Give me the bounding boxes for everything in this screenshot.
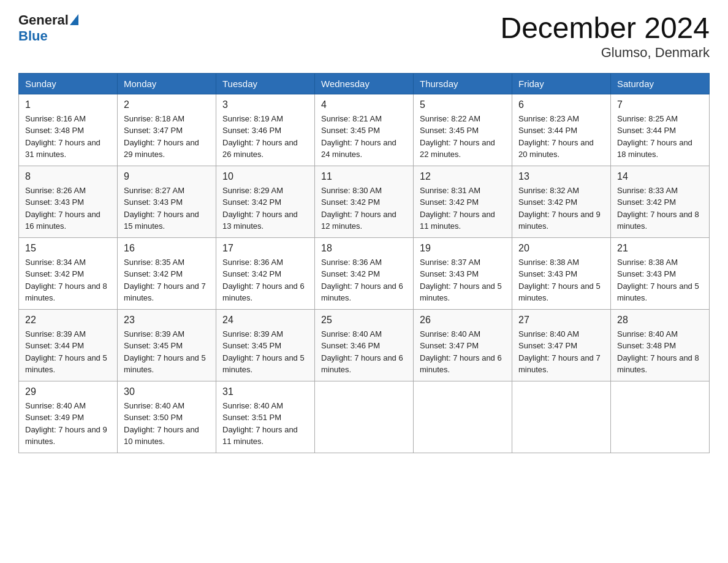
day-info: Sunrise: 8:40 AM Sunset: 3:47 PM Dayligh…: [518, 328, 604, 376]
day-number: 12: [420, 171, 506, 182]
col-saturday: Saturday: [611, 73, 710, 94]
day-number: 11: [321, 171, 407, 182]
day-info: Sunrise: 8:16 AM Sunset: 3:48 PM Dayligh…: [25, 113, 111, 161]
day-info: Sunrise: 8:33 AM Sunset: 3:42 PM Dayligh…: [617, 185, 703, 232]
title-block: December 2024 Glumso, Denmark: [500, 12, 710, 61]
day-info: Sunrise: 8:29 AM Sunset: 3:42 PM Dayligh…: [222, 185, 308, 232]
day-number: 18: [321, 243, 407, 254]
day-number: 6: [518, 99, 604, 110]
table-row: 24 Sunrise: 8:39 AM Sunset: 3:45 PM Dayl…: [216, 309, 315, 381]
day-info: Sunrise: 8:40 AM Sunset: 3:51 PM Dayligh…: [222, 400, 308, 448]
calendar-table: Sunday Monday Tuesday Wednesday Thursday…: [18, 73, 710, 453]
table-row: 26 Sunrise: 8:40 AM Sunset: 3:47 PM Dayl…: [414, 309, 512, 381]
table-row: 21 Sunrise: 8:38 AM Sunset: 3:43 PM Dayl…: [611, 237, 710, 309]
day-info: Sunrise: 8:37 AM Sunset: 3:43 PM Dayligh…: [420, 256, 506, 304]
table-row: 31 Sunrise: 8:40 AM Sunset: 3:51 PM Dayl…: [216, 381, 315, 453]
day-info: Sunrise: 8:36 AM Sunset: 3:42 PM Dayligh…: [321, 256, 407, 304]
table-row: 25 Sunrise: 8:40 AM Sunset: 3:46 PM Dayl…: [315, 309, 414, 381]
day-info: Sunrise: 8:22 AM Sunset: 3:45 PM Dayligh…: [420, 113, 506, 161]
day-info: Sunrise: 8:19 AM Sunset: 3:46 PM Dayligh…: [222, 113, 308, 161]
col-wednesday: Wednesday: [315, 73, 414, 94]
table-row: [414, 381, 512, 453]
day-info: Sunrise: 8:30 AM Sunset: 3:42 PM Dayligh…: [321, 185, 407, 232]
day-info: Sunrise: 8:27 AM Sunset: 3:43 PM Dayligh…: [124, 185, 210, 232]
day-number: 10: [222, 171, 308, 182]
day-info: Sunrise: 8:40 AM Sunset: 3:47 PM Dayligh…: [420, 328, 506, 376]
table-row: [315, 381, 414, 453]
day-number: 13: [518, 171, 604, 182]
table-row: 27 Sunrise: 8:40 AM Sunset: 3:47 PM Dayl…: [512, 309, 611, 381]
day-number: 14: [617, 171, 703, 182]
calendar-week-row: 15 Sunrise: 8:34 AM Sunset: 3:42 PM Dayl…: [19, 237, 710, 309]
day-info: Sunrise: 8:38 AM Sunset: 3:43 PM Dayligh…: [617, 256, 703, 304]
page-header: General Blue December 2024 Glumso, Denma…: [18, 12, 710, 61]
calendar-week-row: 22 Sunrise: 8:39 AM Sunset: 3:44 PM Dayl…: [19, 309, 710, 381]
day-number: 1: [25, 99, 111, 110]
day-info: Sunrise: 8:25 AM Sunset: 3:44 PM Dayligh…: [617, 113, 703, 161]
day-number: 31: [222, 386, 308, 397]
table-row: 11 Sunrise: 8:30 AM Sunset: 3:42 PM Dayl…: [315, 166, 414, 237]
day-info: Sunrise: 8:40 AM Sunset: 3:48 PM Dayligh…: [617, 328, 703, 376]
table-row: 2 Sunrise: 8:18 AM Sunset: 3:47 PM Dayli…: [118, 94, 216, 166]
table-row: 5 Sunrise: 8:22 AM Sunset: 3:45 PM Dayli…: [414, 94, 512, 166]
logo: General Blue: [18, 12, 78, 44]
day-info: Sunrise: 8:36 AM Sunset: 3:42 PM Dayligh…: [222, 256, 308, 304]
day-number: 16: [124, 243, 210, 254]
table-row: 23 Sunrise: 8:39 AM Sunset: 3:45 PM Dayl…: [118, 309, 216, 381]
day-info: Sunrise: 8:26 AM Sunset: 3:43 PM Dayligh…: [25, 185, 111, 232]
table-row: 28 Sunrise: 8:40 AM Sunset: 3:48 PM Dayl…: [611, 309, 710, 381]
logo-general-text: General: [18, 12, 69, 28]
day-info: Sunrise: 8:23 AM Sunset: 3:44 PM Dayligh…: [518, 113, 604, 161]
table-row: 15 Sunrise: 8:34 AM Sunset: 3:42 PM Dayl…: [19, 237, 118, 309]
day-number: 22: [25, 315, 111, 326]
table-row: 8 Sunrise: 8:26 AM Sunset: 3:43 PM Dayli…: [19, 166, 118, 237]
table-row: [512, 381, 611, 453]
day-number: 28: [617, 315, 703, 326]
day-info: Sunrise: 8:32 AM Sunset: 3:42 PM Dayligh…: [518, 185, 604, 232]
day-number: 21: [617, 243, 703, 254]
col-monday: Monday: [118, 73, 216, 94]
day-number: 15: [25, 243, 111, 254]
day-number: 3: [222, 99, 308, 110]
day-number: 20: [518, 243, 604, 254]
table-row: 17 Sunrise: 8:36 AM Sunset: 3:42 PM Dayl…: [216, 237, 315, 309]
day-number: 26: [420, 315, 506, 326]
day-number: 5: [420, 99, 506, 110]
day-info: Sunrise: 8:40 AM Sunset: 3:50 PM Dayligh…: [124, 400, 210, 448]
page-title: December 2024: [500, 12, 710, 45]
day-info: Sunrise: 8:40 AM Sunset: 3:49 PM Dayligh…: [25, 400, 111, 448]
day-number: 9: [124, 171, 210, 182]
day-number: 24: [222, 315, 308, 326]
day-info: Sunrise: 8:18 AM Sunset: 3:47 PM Dayligh…: [124, 113, 210, 161]
table-row: 12 Sunrise: 8:31 AM Sunset: 3:42 PM Dayl…: [414, 166, 512, 237]
table-row: 4 Sunrise: 8:21 AM Sunset: 3:45 PM Dayli…: [315, 94, 414, 166]
col-thursday: Thursday: [414, 73, 512, 94]
table-row: 22 Sunrise: 8:39 AM Sunset: 3:44 PM Dayl…: [19, 309, 118, 381]
calendar-week-row: 1 Sunrise: 8:16 AM Sunset: 3:48 PM Dayli…: [19, 94, 710, 166]
page-subtitle: Glumso, Denmark: [500, 45, 710, 61]
table-row: 10 Sunrise: 8:29 AM Sunset: 3:42 PM Dayl…: [216, 166, 315, 237]
col-friday: Friday: [512, 73, 611, 94]
day-info: Sunrise: 8:39 AM Sunset: 3:45 PM Dayligh…: [222, 328, 308, 376]
logo-blue-text: Blue: [18, 28, 48, 44]
day-number: 4: [321, 99, 407, 110]
col-tuesday: Tuesday: [216, 73, 315, 94]
table-row: 16 Sunrise: 8:35 AM Sunset: 3:42 PM Dayl…: [118, 237, 216, 309]
logo-triangle-icon: [70, 14, 78, 25]
table-row: 13 Sunrise: 8:32 AM Sunset: 3:42 PM Dayl…: [512, 166, 611, 237]
day-info: Sunrise: 8:21 AM Sunset: 3:45 PM Dayligh…: [321, 113, 407, 161]
table-row: 7 Sunrise: 8:25 AM Sunset: 3:44 PM Dayli…: [611, 94, 710, 166]
table-row: 3 Sunrise: 8:19 AM Sunset: 3:46 PM Dayli…: [216, 94, 315, 166]
day-number: 30: [124, 386, 210, 397]
day-info: Sunrise: 8:38 AM Sunset: 3:43 PM Dayligh…: [518, 256, 604, 304]
day-number: 29: [25, 386, 111, 397]
day-number: 23: [124, 315, 210, 326]
day-number: 17: [222, 243, 308, 254]
day-number: 25: [321, 315, 407, 326]
table-row: 20 Sunrise: 8:38 AM Sunset: 3:43 PM Dayl…: [512, 237, 611, 309]
day-info: Sunrise: 8:39 AM Sunset: 3:45 PM Dayligh…: [124, 328, 210, 376]
calendar-week-row: 8 Sunrise: 8:26 AM Sunset: 3:43 PM Dayli…: [19, 166, 710, 237]
table-row: 1 Sunrise: 8:16 AM Sunset: 3:48 PM Dayli…: [19, 94, 118, 166]
col-sunday: Sunday: [19, 73, 118, 94]
day-info: Sunrise: 8:40 AM Sunset: 3:46 PM Dayligh…: [321, 328, 407, 376]
